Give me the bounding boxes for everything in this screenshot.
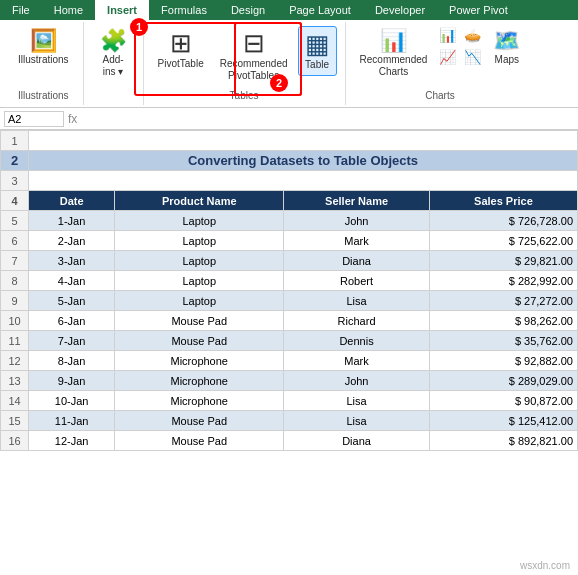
pie-chart-button[interactable]: 🥧 — [462, 26, 483, 46]
table-row: 14 10-Jan Microphone Lisa $ 90,872.00 — [1, 391, 578, 411]
table-row: 16 12-Jan Mouse Pad Diana $ 892,821.00 — [1, 431, 578, 451]
product-cell-0[interactable]: Laptop — [115, 211, 284, 231]
price-cell-4[interactable]: $ 27,272.00 — [429, 291, 577, 311]
product-cell-1[interactable]: Laptop — [115, 231, 284, 251]
product-cell-2[interactable]: Laptop — [115, 251, 284, 271]
pie-chart-icon: 🥧 — [464, 28, 481, 42]
fx-icon: fx — [68, 112, 77, 126]
table-button[interactable]: ▦ Table — [298, 26, 337, 76]
pivottable-button[interactable]: ⊞ PivotTable — [152, 26, 210, 74]
illustrations-button[interactable]: 🖼️ Illustrations — [12, 26, 75, 70]
product-cell-10[interactable]: Mouse Pad — [115, 411, 284, 431]
scatter-chart-button[interactable]: 📉 — [462, 48, 483, 68]
ribbon-tab-page layout[interactable]: Page Layout — [277, 0, 363, 20]
bar-chart-button[interactable]: 📊 — [437, 26, 458, 46]
date-cell-11[interactable]: 12-Jan — [29, 431, 115, 451]
row-num-2: 2 — [1, 151, 29, 171]
tables-group-label: Tables — [230, 86, 259, 101]
date-cell-0[interactable]: 1-Jan — [29, 211, 115, 231]
row-num-10: 10 — [1, 311, 29, 331]
price-cell-6[interactable]: $ 35,762.00 — [429, 331, 577, 351]
table-row: 11 7-Jan Mouse Pad Dennis $ 35,762.00 — [1, 331, 578, 351]
price-cell-3[interactable]: $ 282,992.00 — [429, 271, 577, 291]
row-num-6: 6 — [1, 231, 29, 251]
sheet-row-1: 1 — [1, 131, 578, 151]
table-row: 6 2-Jan Laptop Mark $ 725,622.00 — [1, 231, 578, 251]
ribbon-tab-power pivot[interactable]: Power Pivot — [437, 0, 520, 20]
price-cell-10[interactable]: $ 125,412.00 — [429, 411, 577, 431]
date-cell-1[interactable]: 2-Jan — [29, 231, 115, 251]
line-chart-button[interactable]: 📈 — [437, 48, 458, 68]
product-cell-7[interactable]: Microphone — [115, 351, 284, 371]
charts-group-label: Charts — [425, 86, 454, 101]
seller-cell-3[interactable]: Robert — [284, 271, 430, 291]
watermark: wsxdn.com — [520, 560, 570, 571]
row-num-3: 3 — [1, 171, 29, 191]
ribbon-tab-design[interactable]: Design — [219, 0, 277, 20]
table-row: 8 4-Jan Laptop Robert $ 282,992.00 — [1, 271, 578, 291]
line-chart-icon: 📈 — [439, 50, 456, 64]
addins-button[interactable]: 🧩 Add-ins ▾ — [94, 26, 133, 82]
bar-chart-icon: 📊 — [439, 28, 456, 42]
col-header-2: Seller Name — [284, 191, 430, 211]
formula-bar: fx — [0, 108, 578, 130]
recommended-pivottables-button[interactable]: ⊟ RecommendedPivotTables — [214, 26, 294, 86]
price-cell-11[interactable]: $ 892,821.00 — [429, 431, 577, 451]
price-cell-7[interactable]: $ 92,882.00 — [429, 351, 577, 371]
ribbon-tab-file[interactable]: File — [0, 0, 42, 20]
product-cell-6[interactable]: Mouse Pad — [115, 331, 284, 351]
seller-cell-7[interactable]: Mark — [284, 351, 430, 371]
date-cell-10[interactable]: 11-Jan — [29, 411, 115, 431]
product-cell-11[interactable]: Mouse Pad — [115, 431, 284, 451]
date-cell-5[interactable]: 6-Jan — [29, 311, 115, 331]
price-cell-9[interactable]: $ 90,872.00 — [429, 391, 577, 411]
spreadsheet: 1 2 Converting Datasets to Table Objects… — [0, 130, 578, 451]
seller-cell-0[interactable]: John — [284, 211, 430, 231]
illustrations-icon: 🖼️ — [30, 30, 57, 52]
date-cell-8[interactable]: 9-Jan — [29, 371, 115, 391]
seller-cell-5[interactable]: Richard — [284, 311, 430, 331]
date-cell-3[interactable]: 4-Jan — [29, 271, 115, 291]
seller-cell-1[interactable]: Mark — [284, 231, 430, 251]
date-cell-9[interactable]: 10-Jan — [29, 391, 115, 411]
product-cell-3[interactable]: Laptop — [115, 271, 284, 291]
sheet-row-title: 2 Converting Datasets to Table Objects — [1, 151, 578, 171]
seller-cell-6[interactable]: Dennis — [284, 331, 430, 351]
ribbon-tab-developer[interactable]: Developer — [363, 0, 437, 20]
ribbon-tab-insert[interactable]: Insert — [95, 0, 149, 20]
data-table: 1 2 Converting Datasets to Table Objects… — [0, 130, 578, 451]
price-cell-8[interactable]: $ 289,029.00 — [429, 371, 577, 391]
cell-3[interactable] — [29, 171, 578, 191]
price-cell-1[interactable]: $ 725,622.00 — [429, 231, 577, 251]
maps-button[interactable]: 🗺️ Maps — [487, 26, 526, 70]
product-cell-4[interactable]: Laptop — [115, 291, 284, 311]
ribbon-group-illustrations: 🖼️ Illustrations Illustrations — [4, 22, 84, 105]
pivottable-icon: ⊞ — [170, 30, 192, 56]
recommended-charts-button[interactable]: 📊 RecommendedCharts — [354, 26, 434, 82]
date-cell-2[interactable]: 3-Jan — [29, 251, 115, 271]
date-cell-6[interactable]: 7-Jan — [29, 331, 115, 351]
seller-cell-10[interactable]: Lisa — [284, 411, 430, 431]
row-num-8: 8 — [1, 271, 29, 291]
seller-cell-4[interactable]: Lisa — [284, 291, 430, 311]
date-cell-7[interactable]: 8-Jan — [29, 351, 115, 371]
seller-cell-9[interactable]: Lisa — [284, 391, 430, 411]
price-cell-5[interactable]: $ 98,262.00 — [429, 311, 577, 331]
product-cell-8[interactable]: Microphone — [115, 371, 284, 391]
seller-cell-8[interactable]: John — [284, 371, 430, 391]
ribbon-tab-formulas[interactable]: Formulas — [149, 0, 219, 20]
date-cell-4[interactable]: 5-Jan — [29, 291, 115, 311]
product-cell-9[interactable]: Microphone — [115, 391, 284, 411]
name-box[interactable] — [4, 111, 64, 127]
product-cell-5[interactable]: Mouse Pad — [115, 311, 284, 331]
seller-cell-2[interactable]: Diana — [284, 251, 430, 271]
price-cell-2[interactable]: $ 29,821.00 — [429, 251, 577, 271]
formula-input[interactable] — [81, 113, 574, 125]
seller-cell-11[interactable]: Diana — [284, 431, 430, 451]
table-row: 13 9-Jan Microphone John $ 289,029.00 — [1, 371, 578, 391]
ribbon-group-addins: 🧩 Add-ins ▾ — [84, 22, 144, 105]
ribbon-tab-home[interactable]: Home — [42, 0, 95, 20]
cell-1[interactable] — [29, 131, 578, 151]
title-cell[interactable]: Converting Datasets to Table Objects — [29, 151, 578, 171]
price-cell-0[interactable]: $ 726,728.00 — [429, 211, 577, 231]
